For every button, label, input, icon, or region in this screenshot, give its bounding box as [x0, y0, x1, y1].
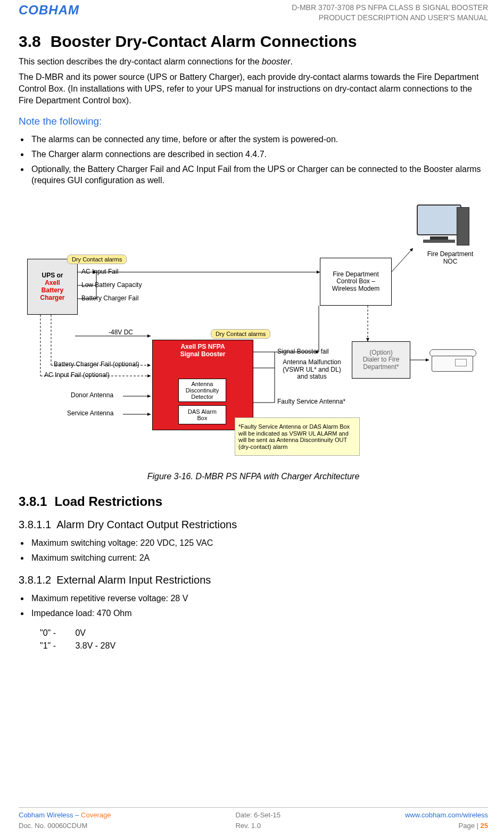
footer-brand-b: Coverage — [81, 811, 111, 819]
footer-page-label: Page | — [459, 822, 481, 830]
heading-3-8-1-1: 3.8.1.1Alarm Dry Contact Output Restrict… — [19, 519, 488, 531]
heading-num: 3.8.1 — [19, 494, 47, 509]
svg-line-19 — [389, 248, 413, 275]
das-inner-box: DAS Alarm Box — [178, 405, 226, 424]
note-bullet: The alarms can be connected any time, be… — [29, 134, 488, 145]
intro-booster-em: booster — [262, 57, 290, 66]
out-alarm-faulty-service: Faulty Service Antenna* — [277, 398, 345, 405]
out-alarm-booster-fail: Signal Booster fail — [277, 348, 329, 355]
svg-text:COBHAM: COBHAM — [19, 3, 79, 17]
section-heading-3-8: 3.8Booster Dry-Contact Alarm Connections — [19, 32, 488, 51]
heading-3-8-1: 3.8.1Load Restrictions — [19, 494, 488, 509]
figure-caption: Figure 3-16. D-MBR PS NFPA with Charger … — [19, 472, 488, 481]
spec-bullet: Maximum switching voltage: 220 VDC, 125 … — [29, 538, 488, 549]
out-alarm-antenna-malf: Antenna Malfunction (VSWR UL* and DL) an… — [277, 359, 346, 380]
footer-rev: Rev. 1.0 — [235, 821, 280, 831]
header-product-line: D-MBR 3707-3708 PS NFPA CLASS B SIGNAL B… — [292, 3, 488, 13]
heading-text: External Alarm Input Restrictions — [56, 574, 211, 586]
footer-url: www.cobham.com/wireless — [405, 810, 488, 821]
dry-contact-label-2: Dry Contact alarms — [211, 329, 270, 339]
logic-level-row: "1" - 3.8V - 28V — [40, 641, 488, 651]
dashed-batt-fail: Battery Charger Fail (optional) — [54, 361, 139, 368]
red-box-line1: Axell PS NFPA — [180, 343, 225, 351]
add-inner-box: Antenna Discontinuity Detector — [178, 379, 226, 402]
phone-icon — [432, 344, 488, 376]
logic-val: 3.8V - 28V — [75, 641, 115, 650]
logic-level-row: "0" - 0V — [40, 628, 488, 638]
section-number: 3.8 — [19, 32, 41, 50]
footer-brand-sep: – — [73, 811, 81, 819]
logic-key: "1" - — [40, 641, 73, 651]
page-footer: Cobham Wireless – Coverage Doc. No. 0006… — [19, 807, 488, 831]
cobham-logo: COBHAM — [19, 3, 104, 19]
note-heading: Note the following: — [19, 116, 488, 127]
heading-3-8-1-2: 3.8.1.2External Alarm Input Restrictions — [19, 574, 488, 586]
logic-key: "0" - — [40, 628, 73, 638]
intro-paragraph-1: This section describes the dry-contact a… — [19, 56, 488, 68]
footer-doc-no: Doc. No. 00060CDUM — [19, 821, 111, 831]
ups-line1: UPS or — [29, 272, 76, 280]
donor-antenna-label: Donor Antenna — [71, 392, 113, 399]
note-bullet: The Charger alarm connections are descri… — [29, 149, 488, 160]
heading-text: Load Restrictions — [54, 494, 162, 509]
header-manual-line: PRODUCT DESCRIPTION AND USER'S MANUAL — [292, 13, 488, 23]
ups-charger-box: UPS or Axell Battery Charger — [27, 259, 78, 315]
fire-dept-control-box: Fire Department Control Box – Wireless M… — [320, 258, 392, 306]
spec-bullet: Impedance load: 470 Ohm — [29, 608, 488, 619]
note-bullet: Optionally, the Battery Charger Fail and… — [29, 164, 488, 186]
footer-date: Date: 6-Set-15 — [235, 810, 280, 821]
ups-alarm-ac: AC Input Fail — [81, 268, 118, 275]
signal-booster-box: Axell PS NFPA Signal Booster Antenna Dis… — [152, 340, 253, 430]
spec-bullet: Maximum repetitive reverse voltage: 28 V — [29, 593, 488, 604]
intro-period: . — [290, 57, 292, 66]
spec-bullet: Maximum switching current: 2A — [29, 553, 488, 564]
heading-num: 3.8.1.1 — [19, 519, 51, 530]
figure-3-16: UPS or Axell Battery Charger Dry Contact… — [19, 195, 488, 466]
ups-alarm-lowbatt: Low Battery Capacity — [81, 282, 142, 289]
computer-icon — [411, 204, 470, 255]
red-box-line2: Signal Booster — [180, 351, 226, 358]
ups-alarm-chgfail: Battery Charger Fail — [81, 295, 138, 302]
ups-line2: Axell — [29, 280, 76, 287]
dc-label: -48V DC — [109, 329, 133, 336]
ups-line3: Battery Charger — [29, 287, 76, 302]
dry-contact-label-1: Dry Contact alarms — [67, 255, 127, 264]
service-antenna-label: Service Antenna — [67, 410, 113, 417]
option-dialer-box: (Option) Dialer to Fire Department* — [352, 341, 410, 379]
section-title-text: Booster Dry-Contact Alarm Connections — [51, 32, 357, 50]
heading-text: Alarm Dry Contact Output Restrictions — [56, 519, 237, 530]
footer-page-num: 25 — [481, 822, 488, 830]
heading-num: 3.8.1.2 — [19, 574, 51, 586]
intro-paragraph-2: The D-MBR and its power source (UPS or B… — [19, 71, 488, 106]
dashed-ac-fail: AC Input Fail (optional) — [44, 372, 110, 379]
footer-brand-a: Cobham Wireless — [19, 811, 73, 819]
intro-text: This section describes the dry-contact a… — [19, 57, 262, 66]
figure-footnote-box: *Faulty Service Antenna or DAS Alarm Box… — [235, 417, 360, 456]
logic-val: 0V — [75, 628, 86, 637]
